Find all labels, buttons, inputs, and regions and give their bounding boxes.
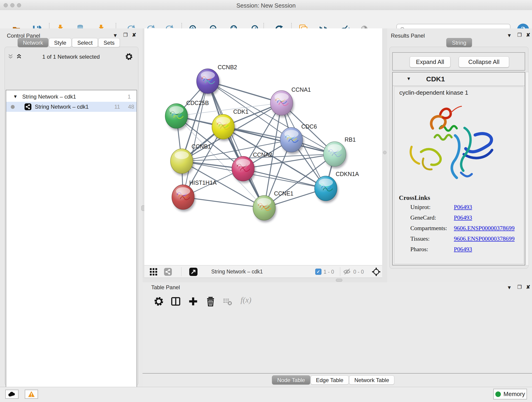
main-toolbar: ? — [0, 10, 532, 29]
network-canvas[interactable]: CCNB2CCNA1CDC25BCDK1CDC6RB1CCNB1CCNA2CDK… — [144, 28, 382, 265]
table-tabs: Node TableEdge TableNetwork Table — [272, 375, 394, 385]
node-label: HIST1H1A — [189, 179, 217, 186]
table-panel: Table Panel ▼ ❐ ✘ f(x) shar — [143, 282, 532, 387]
crosslink-label: GeneCard: — [410, 214, 436, 221]
results-panel-title: Results Panel — [391, 32, 425, 39]
network-node-cdc6[interactable]: CDC6 — [280, 123, 317, 154]
network-label: String Network – cdk1 — [35, 104, 89, 110]
tab-string[interactable]: String — [446, 38, 472, 47]
right-splitter-handle[interactable] — [383, 151, 386, 154]
close-panel-icon[interactable]: ✘ — [526, 285, 530, 290]
float-panel-icon[interactable]: ▼ — [507, 33, 512, 38]
entry-name: CDK1 — [426, 75, 445, 83]
expand-all-button[interactable]: Expand All — [410, 56, 450, 67]
result-entry-card: ▼ CDK1 cyclin-dependent kinase 1 — [392, 72, 525, 265]
tab-sets[interactable]: Sets — [98, 38, 120, 47]
network-edge[interactable] — [208, 81, 264, 208]
protein-structure-image — [404, 100, 500, 189]
crosslink-link[interactable]: P06493 — [454, 204, 472, 211]
close-panel-icon[interactable]: ✘ — [132, 32, 136, 38]
control-panel: Control Panel ▼ ❐ ✘ NetworkStyleSelectSe… — [0, 28, 143, 387]
table-panel-title: Table Panel — [151, 284, 180, 291]
results-scrollbar[interactable] — [526, 72, 529, 265]
node-label: CCNB1 — [191, 143, 211, 150]
network-share-icon[interactable] — [164, 268, 172, 276]
tabs-divider — [143, 373, 532, 374]
close-panel-icon[interactable]: ✘ — [526, 32, 530, 38]
cloud-button[interactable] — [5, 390, 19, 399]
add-column-icon[interactable] — [188, 296, 198, 306]
crosslink-link[interactable]: P06493 — [454, 214, 472, 221]
maximize-panel-icon[interactable]: ❐ — [123, 32, 128, 38]
network-node-cdk1[interactable]: CDK1 — [212, 108, 249, 141]
tab-network-table[interactable]: Network Table — [349, 375, 394, 385]
memory-button[interactable]: Memory — [493, 389, 527, 400]
network-graph: CCNB2CCNA1CDC25BCDK1CDC6RB1CCNB1CCNA2CDK… — [144, 28, 382, 265]
tab-style[interactable]: Style — [49, 38, 71, 47]
status-bar: Memory — [0, 387, 532, 402]
node-label: CDK1 — [233, 108, 249, 115]
table-settings-gear-icon[interactable] — [154, 296, 164, 306]
network-node-rb1[interactable]: RB1 — [323, 136, 356, 168]
network-tree: ▼ String Network – cdk1 1 String Network… — [6, 90, 137, 402]
crosslink-row: GeneCard:P06493 — [394, 214, 524, 225]
network-node-ccna1[interactable]: CCNA1 — [270, 86, 311, 117]
crosslink-label: Tissues: — [410, 235, 430, 242]
crosslink-label: Uniprot: — [410, 204, 431, 211]
node-label: CDC25B — [186, 100, 209, 106]
crosslink-link[interactable]: P06493 — [454, 246, 472, 253]
network-row[interactable]: String Network – cdk1 11 48 — [6, 102, 137, 112]
right-splitter[interactable] — [382, 28, 387, 282]
warnings-button[interactable] — [25, 390, 38, 399]
crosslink-link[interactable]: 9606.ENSP00000378699 — [454, 235, 515, 242]
delete-table-icon[interactable] — [223, 298, 232, 306]
function-builder-icon[interactable]: f(x) — [241, 296, 251, 304]
node-label: CCNA1 — [291, 86, 311, 93]
network-collection-row[interactable]: ▼ String Network – cdk1 1 — [6, 92, 137, 102]
network-node-hist1h1a[interactable]: HIST1H1A — [172, 179, 217, 211]
memory-status-dot — [495, 391, 501, 397]
collection-expander-icon[interactable]: ▼ — [13, 94, 18, 99]
entry-expander-icon[interactable]: ▼ — [406, 76, 411, 81]
selected-count: 1 - 0 — [323, 269, 334, 275]
maximize-panel-icon[interactable]: ❐ — [517, 32, 522, 38]
crosslink-row: Pharos:P06493 — [394, 246, 524, 256]
crosslinks-title: CrossLinks — [399, 194, 430, 201]
tab-node-table[interactable]: Node Table — [272, 375, 310, 385]
network-edge-count: 48 — [128, 104, 134, 110]
network-type-icon — [25, 103, 32, 110]
show-columns-icon[interactable] — [171, 296, 181, 306]
node-label: CCNA2 — [253, 152, 272, 158]
horizontal-splitter-handle[interactable] — [336, 279, 342, 282]
tab-select[interactable]: Select — [72, 38, 98, 47]
memory-label: Memory — [504, 390, 525, 398]
entry-header[interactable]: ▼ CDK1 — [393, 72, 525, 86]
crosslink-link[interactable]: 9606.ENSP00000378699 — [454, 225, 515, 232]
open-in-window-icon[interactable] — [189, 268, 197, 276]
tab-edge-table[interactable]: Edge Table — [311, 375, 349, 385]
network-node-ccnb2[interactable]: CCNB2 — [196, 64, 237, 96]
collapse-all-icon[interactable] — [7, 54, 13, 60]
birdseye-grid-icon[interactable] — [150, 268, 157, 276]
float-panel-icon[interactable]: ▼ — [113, 33, 118, 38]
tab-network[interactable]: Network — [18, 38, 48, 47]
cloud-icon — [8, 391, 16, 397]
node-label: CCNB2 — [218, 64, 237, 70]
maximize-panel-icon[interactable]: ❐ — [517, 285, 522, 290]
node-label: RB1 — [345, 136, 356, 143]
expand-all-icon[interactable] — [16, 54, 22, 60]
collapse-all-button[interactable]: Collapse All — [459, 56, 509, 67]
network-options-gear-icon[interactable] — [125, 53, 133, 61]
network-node-ccne1[interactable]: CCNE1 — [253, 190, 293, 222]
collection-count: 1 — [128, 94, 131, 100]
network-node-cdc25b[interactable]: CDC25B — [165, 100, 209, 130]
node-label: CCNE1 — [274, 190, 293, 197]
float-panel-icon[interactable]: ▼ — [507, 285, 512, 290]
node-label: CDC6 — [301, 123, 317, 130]
selected-checkbox[interactable]: ✓ — [315, 269, 322, 275]
hidden-eye-icon[interactable] — [343, 268, 351, 275]
birdseye-toggle-icon[interactable] — [372, 267, 381, 276]
network-status-dot — [11, 105, 15, 109]
delete-column-icon[interactable] — [206, 296, 215, 306]
network-node-cdkn1a[interactable]: CDKN1A — [315, 171, 359, 203]
